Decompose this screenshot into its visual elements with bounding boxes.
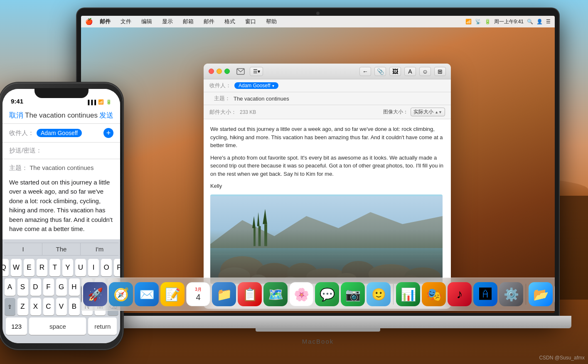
- dock-messages[interactable]: 💬: [315, 282, 339, 306]
- kb-key-f[interactable]: F: [43, 278, 54, 296]
- menu-mail[interactable]: 邮件: [98, 17, 112, 26]
- list-view-icon[interactable]: ☰▾: [250, 67, 263, 76]
- kb-key-w[interactable]: W: [11, 259, 22, 276]
- kb-key-e[interactable]: E: [24, 259, 34, 276]
- kb-suggest-the[interactable]: The: [42, 243, 81, 255]
- signal-icon: ▐▐▐: [86, 100, 96, 105]
- kb-key-y[interactable]: Y: [62, 259, 73, 276]
- svg-rect-3: [258, 226, 261, 246]
- image-size-field: 图像大小： 实际大小 ▲▼: [383, 108, 445, 116]
- menu-file[interactable]: 文件: [119, 17, 133, 26]
- kb-shift-key[interactable]: ⇧: [5, 298, 15, 315]
- menu-edit[interactable]: 编辑: [140, 17, 154, 26]
- mail-attached-photo: [210, 194, 443, 284]
- dock-trash[interactable]: 🗑: [554, 282, 555, 306]
- menu-mailbox[interactable]: 邮箱: [181, 17, 195, 26]
- menu-message[interactable]: 邮件: [202, 17, 216, 26]
- dock-notes[interactable]: 📝: [160, 282, 185, 306]
- dock-files[interactable]: 📁: [212, 282, 236, 306]
- svg-rect-7: [253, 228, 256, 246]
- mail-signature: Kelly: [210, 182, 444, 190]
- maximize-button[interactable]: [224, 69, 230, 74]
- airdrop-icon: 📡: [475, 19, 481, 25]
- kb-key-u[interactable]: U: [75, 259, 86, 276]
- font-icon[interactable]: A: [404, 67, 416, 76]
- apple-logo-icon[interactable]: 🍎: [85, 18, 93, 25]
- dock-maps[interactable]: 🗺️: [263, 282, 288, 306]
- kb-key-c[interactable]: C: [43, 298, 54, 315]
- kb-key-a[interactable]: A: [5, 278, 15, 296]
- dock-numbers[interactable]: 📊: [396, 282, 420, 306]
- kb-key-t[interactable]: T: [49, 259, 60, 276]
- kb-bottom-row: 123 space return: [4, 317, 118, 335]
- iphone-add-recipient-button[interactable]: +: [103, 128, 113, 138]
- kb-key-d[interactable]: D: [30, 278, 41, 296]
- back-icon[interactable]: ←: [359, 67, 371, 76]
- kb-key-q[interactable]: Q: [2, 259, 9, 276]
- kb-space-key[interactable]: space: [29, 317, 86, 335]
- kb-key-o[interactable]: O: [101, 259, 112, 276]
- to-field-row: 收件人： Adam Gooseff ▾: [204, 79, 451, 92]
- dock-itunes[interactable]: ♪: [448, 282, 472, 306]
- menu-view[interactable]: 显示: [160, 17, 175, 26]
- kb-suggest-i[interactable]: I: [4, 243, 42, 255]
- dock-safari[interactable]: 🧭: [109, 282, 133, 306]
- list-icon[interactable]: ☰: [546, 19, 551, 25]
- attach-icon[interactable]: 📎: [374, 67, 386, 76]
- traffic-lights: [209, 69, 230, 74]
- kb-key-p[interactable]: P: [114, 259, 120, 276]
- menu-help[interactable]: 帮助: [264, 17, 278, 26]
- close-button[interactable]: [209, 69, 214, 74]
- dock-facetime[interactable]: 📷: [341, 282, 365, 306]
- kb-suggest-im[interactable]: I'm: [81, 243, 118, 255]
- dock-mail[interactable]: ✉️: [135, 282, 159, 306]
- body-paragraph-1: We started out this journey a little ove…: [210, 125, 444, 150]
- dock-reminders[interactable]: 📋: [238, 282, 262, 306]
- kb-key-s[interactable]: S: [17, 278, 28, 296]
- iphone-recipient-tag[interactable]: Adam Gooseff: [37, 129, 82, 137]
- search-icon[interactable]: 🔍: [527, 19, 533, 25]
- kb-key-b[interactable]: B: [69, 298, 80, 315]
- recipient-tag[interactable]: Adam Gooseff ▾: [234, 82, 278, 89]
- kb-return-key[interactable]: return: [88, 317, 117, 335]
- more-icon[interactable]: ⊞: [434, 67, 446, 76]
- menu-format[interactable]: 格式: [223, 17, 237, 26]
- menu-window[interactable]: 窗口: [244, 17, 258, 26]
- menu-right: 📶 📡 🔋 周一上午9:41 🔍 👤 ☰: [465, 18, 551, 25]
- dock-calendar[interactable]: 3月 4: [186, 282, 210, 306]
- dock-appstore[interactable]: 🅰: [473, 282, 497, 306]
- dock-settings[interactable]: ⚙️: [499, 282, 523, 306]
- iphone-body-area[interactable]: 主题： The vacation continues We started ou…: [2, 159, 120, 240]
- emoji-icon[interactable]: ☺: [419, 67, 431, 76]
- kb-key-h[interactable]: H: [69, 278, 80, 296]
- kb-key-g[interactable]: G: [56, 278, 67, 296]
- dock-folder[interactable]: 📂: [529, 282, 553, 306]
- dock-launchpad[interactable]: 🚀: [83, 282, 107, 306]
- iphone-subject-title: The vacation continues: [23, 111, 99, 120]
- mail-body[interactable]: We started out this journey a little ove…: [204, 119, 451, 303]
- kb-key-z[interactable]: Z: [17, 298, 28, 315]
- macbook-label: MacBook: [302, 338, 334, 345]
- kb-key-x[interactable]: X: [30, 298, 41, 315]
- dock-keynote[interactable]: 🎭: [422, 282, 446, 306]
- macbook: 🍎 邮件 文件 编辑 显示 邮箱 邮件 格式 窗口 帮助 📶 📡 🔋 周一上午: [64, 8, 571, 349]
- to-label: 收件人：: [209, 82, 231, 89]
- minimize-button[interactable]: [217, 69, 222, 74]
- kb-key-r[interactable]: R: [37, 259, 47, 276]
- mail-compose-window: ☰▾ ← 📎 🖼 A ☺ ⊞ 收件人： Adam Gooseff: [204, 64, 451, 309]
- iphone-cancel-button[interactable]: 取消: [9, 111, 23, 120]
- dock-photos[interactable]: 🌸: [289, 282, 313, 306]
- image-size-select[interactable]: 实际大小 ▲▼: [411, 108, 445, 116]
- dock-siri[interactable]: 🎙: [81, 282, 81, 306]
- kb-key-v[interactable]: V: [56, 298, 67, 315]
- kb-key-i[interactable]: I: [88, 259, 99, 276]
- dock-finder[interactable]: 🙂: [367, 282, 391, 306]
- iphone-send-button[interactable]: 发送: [99, 111, 113, 120]
- user-icon[interactable]: 👤: [536, 19, 543, 25]
- subject-value[interactable]: The vacation continues: [234, 96, 289, 102]
- svg-rect-1: [210, 196, 443, 282]
- photo-icon[interactable]: 🖼: [389, 67, 401, 76]
- iphone-cc-field[interactable]: 抄送/密送：: [2, 143, 120, 159]
- kb-num-key[interactable]: 123: [6, 317, 27, 335]
- image-size-value: 实际大小: [413, 108, 433, 116]
